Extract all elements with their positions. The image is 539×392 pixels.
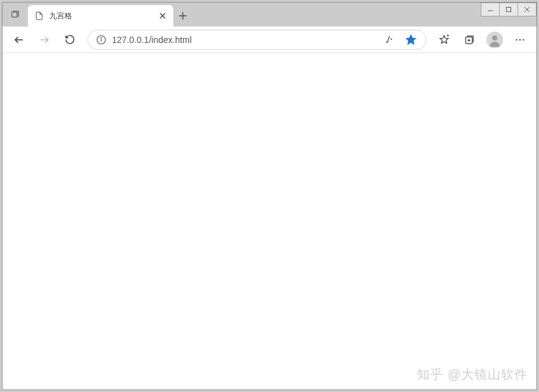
page-viewport: 知乎 @大镜山软件 — [3, 53, 536, 389]
refresh-button[interactable] — [58, 30, 81, 50]
window-controls — [481, 3, 536, 16]
watermark-text: 知乎 @大镜山软件 — [417, 366, 528, 383]
maximize-button[interactable] — [499, 3, 518, 16]
forward-button[interactable] — [33, 30, 56, 50]
svg-point-23 — [516, 39, 517, 40]
more-menu-button[interactable] — [509, 30, 531, 50]
close-window-button[interactable] — [517, 3, 536, 16]
close-tab-button[interactable] — [157, 10, 168, 21]
file-icon — [34, 11, 44, 21]
tab-title: 九宫格 — [49, 11, 152, 21]
svg-rect-6 — [507, 8, 511, 12]
browser-window: 九宫格 — [2, 2, 537, 390]
tab-actions-button[interactable] — [3, 3, 28, 27]
minimize-button[interactable] — [481, 3, 500, 16]
title-bar: 九宫格 — [3, 3, 536, 27]
read-aloud-icon[interactable] — [380, 31, 398, 49]
back-button[interactable] — [8, 30, 30, 50]
site-info-icon[interactable] — [96, 34, 107, 46]
svg-point-24 — [519, 39, 521, 40]
svg-rect-0 — [12, 12, 17, 17]
collections-button[interactable] — [458, 30, 481, 50]
svg-point-22 — [492, 35, 497, 40]
url-input[interactable] — [112, 35, 375, 45]
new-tab-button[interactable] — [173, 5, 192, 27]
profile-button[interactable] — [483, 30, 506, 50]
svg-marker-15 — [440, 35, 449, 43]
svg-point-13 — [101, 37, 101, 38]
favorite-star-icon[interactable] — [402, 31, 419, 49]
svg-marker-14 — [406, 35, 416, 45]
active-tab[interactable]: 九宫格 — [28, 5, 173, 27]
toolbar — [3, 27, 536, 53]
avatar-icon — [486, 32, 503, 48]
favorites-button[interactable] — [433, 30, 455, 50]
address-bar[interactable] — [87, 30, 426, 50]
svg-point-25 — [523, 39, 524, 40]
address-right-icons — [380, 31, 419, 49]
